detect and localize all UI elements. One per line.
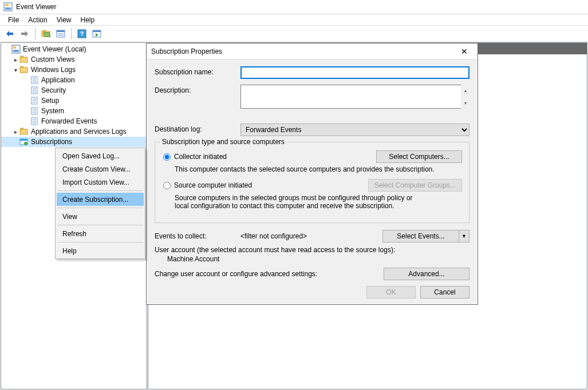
collector-initiated-radio[interactable] [163, 153, 171, 161]
chevron-down-icon[interactable]: ▾ [461, 97, 470, 109]
tree-application[interactable]: Application [1, 75, 147, 85]
svg-point-50 [24, 142, 27, 145]
dialog-footer: OK Cancel [155, 286, 469, 299]
ctx-open-saved-log[interactable]: Open Saved Log... [57, 149, 144, 162]
dialog-title: Subscription Properties [151, 47, 222, 55]
context-menu: Open Saved Log... Create Custom View... … [55, 148, 145, 259]
toolbar-sep [35, 28, 35, 39]
toolbar: ? [0, 26, 588, 42]
advanced-settings-label: Change user account or configure advance… [155, 270, 378, 278]
select-computers-button[interactable]: Select Computers... [376, 150, 462, 163]
expand-icon[interactable]: ▸ [11, 129, 19, 135]
tree-label: Event Viewer (Local) [23, 45, 86, 53]
svg-text:?: ? [80, 30, 84, 37]
dialog-titlebar[interactable]: Subscription Properties ✕ [147, 43, 477, 59]
tree-label: Application [41, 76, 75, 84]
eventviewer-icon [11, 45, 21, 54]
tb-folder-button[interactable] [40, 27, 52, 40]
dialog-close-button[interactable]: ✕ [456, 45, 473, 58]
toolbar-sep [71, 28, 72, 39]
ctx-create-custom-view[interactable]: Create Custom View... [57, 162, 144, 176]
svg-rect-6 [21, 33, 26, 35]
subscription-type-group: Subscription type and source computers C… [155, 142, 469, 223]
log-icon [30, 86, 39, 95]
ctx-import-custom-view[interactable]: Import Custom View... [57, 176, 144, 189]
log-icon [30, 117, 39, 126]
tree-label: Windows Logs [31, 66, 76, 74]
tree-windows-logs[interactable]: ▾ Windows Logs [1, 65, 147, 75]
tree-subscriptions[interactable]: Subscriptions [1, 137, 147, 147]
select-events-button[interactable]: Select Events... [382, 230, 459, 242]
svg-marker-23 [21, 56, 23, 57]
log-icon [30, 75, 39, 85]
group-legend: Subscription type and source computers [160, 138, 287, 146]
menu-file[interactable]: File [3, 15, 23, 25]
select-events-dropdown[interactable]: ▼ [459, 230, 469, 242]
svg-marker-9 [44, 33, 50, 37]
subscription-name-input[interactable] [240, 66, 469, 79]
ctx-help[interactable]: Help [57, 244, 144, 257]
tree-apps-services[interactable]: ▸ Applications and Services Logs [1, 126, 147, 137]
titlebar: Event Viewer [0, 0, 588, 14]
svg-marker-25 [21, 66, 23, 67]
ctx-refresh[interactable]: Refresh [57, 227, 144, 240]
tree: Event Viewer (Local) ▸ Custom Views ▾ Wi… [1, 43, 147, 147]
tree-label: Setup [41, 97, 59, 105]
user-account-value: Machine Account [167, 255, 469, 263]
tree-label: System [41, 107, 64, 115]
app-icon [3, 2, 13, 11]
menu-action[interactable]: Action [23, 15, 52, 25]
tree-label: Applications and Services Logs [31, 128, 127, 136]
tree-system[interactable]: System [1, 106, 147, 116]
tb-action-button[interactable] [90, 27, 103, 40]
svg-rect-4 [9, 33, 13, 35]
user-account-label: User account (the selected account must … [155, 246, 469, 254]
tree-root[interactable]: Event Viewer (Local) [1, 44, 147, 54]
source-initiated-radio[interactable] [163, 182, 171, 189]
nav-forward-button[interactable] [18, 27, 31, 40]
ctx-view[interactable]: View [57, 210, 144, 223]
description-spinner[interactable]: ▴▾ [461, 84, 470, 109]
tree-label: Security [41, 86, 66, 94]
menu-view[interactable]: View [52, 15, 76, 25]
menu-help[interactable]: Help [76, 15, 100, 25]
svg-rect-20 [13, 46, 16, 49]
nav-back-button[interactable] [3, 27, 16, 40]
ctx-create-subscription[interactable]: Create Subscription... [57, 193, 144, 206]
tb-properties-button[interactable] [54, 27, 67, 40]
collector-initiated-label: Collector initiated [174, 153, 227, 161]
events-filter-value: <filter not configured> [240, 232, 378, 240]
description-input[interactable] [240, 85, 469, 109]
svg-rect-1 [5, 4, 9, 6]
subscription-name-label: Subscription name: [155, 66, 240, 76]
folder-open-icon [19, 65, 29, 74]
tree-forwarded[interactable]: Forwarded Events [1, 116, 147, 126]
svg-rect-46 [20, 129, 27, 134]
source-initiated-desc: Source computers in the selected groups … [175, 194, 415, 210]
destination-log-select[interactable]: Forwarded Events [240, 124, 469, 136]
chevron-up-icon[interactable]: ▴ [461, 84, 470, 97]
tree-label: Custom Views [31, 55, 74, 63]
log-icon [30, 96, 39, 105]
tb-help-button[interactable]: ? [76, 27, 88, 40]
collapse-icon[interactable]: ▾ [11, 67, 19, 73]
svg-rect-11 [57, 30, 65, 32]
ctx-separator [58, 242, 143, 242]
svg-rect-21 [13, 50, 19, 52]
expand-icon[interactable]: ▸ [11, 57, 19, 63]
cancel-button[interactable]: Cancel [420, 286, 469, 299]
svg-rect-2 [5, 7, 11, 10]
collector-initiated-desc: This computer contacts the selected sour… [175, 165, 462, 173]
select-computer-groups-button: Select Computer Groups... [368, 179, 462, 192]
dialog-body: Subscription name: Description: ▴▾ Desti… [147, 59, 477, 304]
tree-security[interactable]: Security [1, 85, 147, 95]
tree-setup[interactable]: Setup [1, 95, 147, 106]
advanced-button[interactable]: Advanced... [384, 268, 469, 280]
svg-marker-47 [21, 128, 23, 129]
svg-rect-49 [20, 139, 27, 141]
description-label: Description: [155, 85, 240, 94]
ctx-separator [58, 225, 143, 225]
tree-custom-views[interactable]: ▸ Custom Views [1, 54, 147, 65]
select-events-splitbutton[interactable]: Select Events... ▼ [382, 230, 469, 242]
folder-icon [19, 127, 29, 136]
